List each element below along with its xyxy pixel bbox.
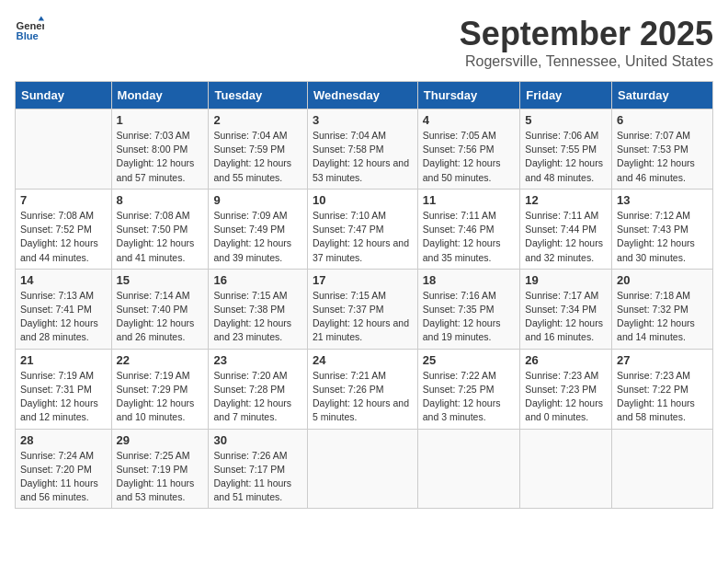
calendar-cell: 10Sunrise: 7:10 AMSunset: 7:47 PMDayligh… — [307, 189, 417, 269]
cell-content: Sunrise: 7:07 AMSunset: 7:53 PMDaylight:… — [617, 129, 708, 185]
day-number: 25 — [423, 353, 516, 367]
day-number: 10 — [313, 193, 413, 207]
cell-content: Sunrise: 7:03 AMSunset: 8:00 PMDaylight:… — [117, 129, 204, 185]
calendar-cell — [307, 429, 417, 509]
calendar-cell: 4Sunrise: 7:05 AMSunset: 7:56 PMDaylight… — [417, 109, 520, 190]
day-number: 26 — [525, 353, 607, 367]
cell-content: Sunrise: 7:16 AMSunset: 7:35 PMDaylight:… — [423, 289, 516, 345]
cell-content: Sunrise: 7:12 AMSunset: 7:43 PMDaylight:… — [617, 209, 708, 265]
day-number: 19 — [525, 273, 607, 287]
calendar-cell: 27Sunrise: 7:23 AMSunset: 7:22 PMDayligh… — [612, 349, 713, 429]
calendar-body: 1Sunrise: 7:03 AMSunset: 8:00 PMDaylight… — [16, 109, 713, 509]
calendar-cell: 30Sunrise: 7:26 AMSunset: 7:17 PMDayligh… — [209, 429, 308, 509]
cell-content: Sunrise: 7:09 AMSunset: 7:49 PMDaylight:… — [213, 209, 302, 265]
day-number: 28 — [20, 433, 107, 447]
cell-content: Sunrise: 7:22 AMSunset: 7:25 PMDaylight:… — [423, 369, 516, 425]
calendar-cell: 12Sunrise: 7:11 AMSunset: 7:44 PMDayligh… — [520, 189, 612, 269]
cell-content: Sunrise: 7:15 AMSunset: 7:38 PMDaylight:… — [213, 289, 302, 345]
day-header-thursday: Thursday — [417, 82, 520, 109]
header: General Blue September 2025 Rogersville,… — [15, 15, 713, 70]
week-row-4: 21Sunrise: 7:19 AMSunset: 7:31 PMDayligh… — [16, 349, 713, 429]
calendar-cell: 21Sunrise: 7:19 AMSunset: 7:31 PMDayligh… — [16, 349, 112, 429]
day-number: 2 — [213, 113, 302, 127]
title-block: September 2025 Rogersville, Tennessee, U… — [460, 15, 713, 70]
day-number: 3 — [313, 113, 413, 127]
cell-content: Sunrise: 7:08 AMSunset: 7:50 PMDaylight:… — [117, 209, 204, 265]
day-header-tuesday: Tuesday — [209, 82, 308, 109]
day-header-wednesday: Wednesday — [307, 82, 417, 109]
day-number: 5 — [525, 113, 607, 127]
cell-content: Sunrise: 7:19 AMSunset: 7:29 PMDaylight:… — [117, 369, 204, 425]
cell-content: Sunrise: 7:24 AMSunset: 7:20 PMDaylight:… — [20, 449, 107, 505]
cell-content: Sunrise: 7:17 AMSunset: 7:34 PMDaylight:… — [525, 289, 607, 345]
calendar-cell: 23Sunrise: 7:20 AMSunset: 7:28 PMDayligh… — [209, 349, 308, 429]
cell-content: Sunrise: 7:21 AMSunset: 7:26 PMDaylight:… — [313, 369, 413, 425]
calendar-cell: 6Sunrise: 7:07 AMSunset: 7:53 PMDaylight… — [612, 109, 713, 190]
cell-content: Sunrise: 7:11 AMSunset: 7:46 PMDaylight:… — [423, 209, 516, 265]
day-number: 30 — [213, 433, 302, 447]
calendar-cell — [16, 109, 112, 190]
calendar-cell: 25Sunrise: 7:22 AMSunset: 7:25 PMDayligh… — [417, 349, 520, 429]
calendar-cell: 14Sunrise: 7:13 AMSunset: 7:41 PMDayligh… — [16, 269, 112, 349]
cell-content: Sunrise: 7:25 AMSunset: 7:19 PMDaylight:… — [117, 449, 204, 505]
cell-content: Sunrise: 7:08 AMSunset: 7:52 PMDaylight:… — [20, 209, 107, 265]
calendar-cell: 8Sunrise: 7:08 AMSunset: 7:50 PMDaylight… — [111, 189, 209, 269]
cell-content: Sunrise: 7:04 AMSunset: 7:58 PMDaylight:… — [313, 129, 413, 185]
day-number: 15 — [117, 273, 204, 287]
day-header-friday: Friday — [520, 82, 612, 109]
calendar-header: SundayMondayTuesdayWednesdayThursdayFrid… — [16, 82, 713, 109]
day-number: 18 — [423, 273, 516, 287]
calendar-cell: 29Sunrise: 7:25 AMSunset: 7:19 PMDayligh… — [111, 429, 209, 509]
calendar-cell: 11Sunrise: 7:11 AMSunset: 7:46 PMDayligh… — [417, 189, 520, 269]
week-row-3: 14Sunrise: 7:13 AMSunset: 7:41 PMDayligh… — [16, 269, 713, 349]
day-number: 17 — [313, 273, 413, 287]
day-header-sunday: Sunday — [16, 82, 112, 109]
day-header-saturday: Saturday — [612, 82, 713, 109]
day-number: 4 — [423, 113, 516, 127]
day-number: 9 — [213, 193, 302, 207]
cell-content: Sunrise: 7:13 AMSunset: 7:41 PMDaylight:… — [20, 289, 107, 345]
cell-content: Sunrise: 7:04 AMSunset: 7:59 PMDaylight:… — [213, 129, 302, 185]
calendar-cell: 26Sunrise: 7:23 AMSunset: 7:23 PMDayligh… — [520, 349, 612, 429]
cell-content: Sunrise: 7:19 AMSunset: 7:31 PMDaylight:… — [20, 369, 107, 425]
calendar-cell: 22Sunrise: 7:19 AMSunset: 7:29 PMDayligh… — [111, 349, 209, 429]
cell-content: Sunrise: 7:18 AMSunset: 7:32 PMDaylight:… — [617, 289, 708, 345]
calendar-cell — [417, 429, 520, 509]
calendar-cell: 19Sunrise: 7:17 AMSunset: 7:34 PMDayligh… — [520, 269, 612, 349]
calendar-cell — [612, 429, 713, 509]
day-number: 24 — [313, 353, 413, 367]
day-number: 21 — [20, 353, 107, 367]
subtitle: Rogersville, Tennessee, United States — [460, 53, 713, 70]
cell-content: Sunrise: 7:15 AMSunset: 7:37 PMDaylight:… — [313, 289, 413, 345]
header-row: SundayMondayTuesdayWednesdayThursdayFrid… — [16, 82, 713, 109]
calendar-cell: 18Sunrise: 7:16 AMSunset: 7:35 PMDayligh… — [417, 269, 520, 349]
day-number: 8 — [117, 193, 204, 207]
svg-marker-2 — [39, 17, 44, 21]
day-number: 6 — [617, 113, 708, 127]
svg-text:Blue: Blue — [17, 30, 39, 41]
calendar-cell: 3Sunrise: 7:04 AMSunset: 7:58 PMDaylight… — [307, 109, 417, 190]
cell-content: Sunrise: 7:05 AMSunset: 7:56 PMDaylight:… — [423, 129, 516, 185]
calendar-table: SundayMondayTuesdayWednesdayThursdayFrid… — [15, 81, 713, 509]
logo-icon: General Blue — [15, 15, 44, 44]
week-row-2: 7Sunrise: 7:08 AMSunset: 7:52 PMDaylight… — [16, 189, 713, 269]
calendar-cell: 5Sunrise: 7:06 AMSunset: 7:55 PMDaylight… — [520, 109, 612, 190]
day-number: 29 — [117, 433, 204, 447]
day-number: 13 — [617, 193, 708, 207]
day-number: 22 — [117, 353, 204, 367]
cell-content: Sunrise: 7:26 AMSunset: 7:17 PMDaylight:… — [213, 449, 302, 505]
calendar-cell: 13Sunrise: 7:12 AMSunset: 7:43 PMDayligh… — [612, 189, 713, 269]
day-number: 11 — [423, 193, 516, 207]
calendar-cell: 15Sunrise: 7:14 AMSunset: 7:40 PMDayligh… — [111, 269, 209, 349]
cell-content: Sunrise: 7:23 AMSunset: 7:23 PMDaylight:… — [525, 369, 607, 425]
svg-text:General: General — [17, 20, 44, 31]
calendar-cell: 20Sunrise: 7:18 AMSunset: 7:32 PMDayligh… — [612, 269, 713, 349]
calendar-cell — [520, 429, 612, 509]
cell-content: Sunrise: 7:14 AMSunset: 7:40 PMDaylight:… — [117, 289, 204, 345]
cell-content: Sunrise: 7:20 AMSunset: 7:28 PMDaylight:… — [213, 369, 302, 425]
calendar-cell: 9Sunrise: 7:09 AMSunset: 7:49 PMDaylight… — [209, 189, 308, 269]
day-number: 14 — [20, 273, 107, 287]
day-number: 27 — [617, 353, 708, 367]
calendar-cell: 24Sunrise: 7:21 AMSunset: 7:26 PMDayligh… — [307, 349, 417, 429]
cell-content: Sunrise: 7:10 AMSunset: 7:47 PMDaylight:… — [313, 209, 413, 265]
